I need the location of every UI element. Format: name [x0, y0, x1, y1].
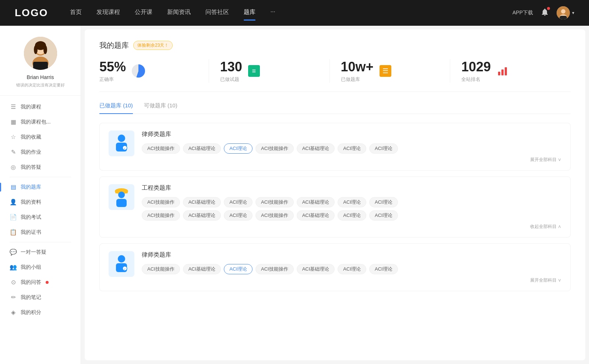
tab-done-banks[interactable]: 已做题库 (10)	[99, 102, 133, 114]
nav-discover[interactable]: 发现课程	[96, 8, 120, 18]
sidebar-label-materials: 我的资料	[21, 199, 41, 206]
tag-eng-1-3[interactable]: ACI理论	[224, 197, 253, 207]
sidebar-item-my-questions[interactable]: ⊙ 我的问答	[4, 275, 77, 290]
bank-title-lawyer-2: 律师类题库	[142, 251, 561, 259]
nav-question-bank[interactable]: 题库	[244, 8, 255, 18]
sidebar-item-course-packages[interactable]: ▦ 我的课程包...	[4, 114, 77, 129]
page-title: 我的题库	[99, 40, 129, 50]
doc-icon: ≡	[248, 65, 260, 77]
banks-value-group: 10w+ 已做题库	[341, 59, 374, 83]
sidebar-label-my-courses: 我的课程	[21, 104, 41, 110]
users-icon: 👤	[10, 199, 17, 206]
tag-eng-2-4[interactable]: ACI技能操作	[255, 210, 294, 221]
nav-qa[interactable]: 问答社区	[205, 8, 229, 18]
sidebar-label-notes: 我的笔记	[21, 294, 41, 301]
banks-label: 已做题库	[341, 76, 374, 83]
sidebar-label-groups: 我的小组	[21, 264, 41, 271]
notification-bell[interactable]	[540, 8, 549, 18]
unread-dot	[46, 281, 49, 284]
sidebar-label-course-packages: 我的课程包...	[21, 119, 51, 125]
user-avatar-container[interactable]: ▾	[557, 6, 574, 19]
tag-eng-1-4[interactable]: ACI技能操作	[255, 197, 294, 207]
svg-text:✓: ✓	[124, 268, 126, 270]
questions-value: 130	[220, 59, 242, 75]
sidebar-item-points[interactable]: ◈ 我的积分	[4, 305, 77, 320]
avatar	[557, 6, 570, 19]
svg-point-15	[118, 135, 125, 142]
sidebar-menu: ☰ 我的课程 ▦ 我的课程包... ☆ 我的收藏 ✎ 我的作业 ◎ 我的答疑 ▤	[0, 99, 81, 320]
sidebar-item-homework[interactable]: ✎ 我的作业	[4, 144, 77, 160]
tag-eng-2-6[interactable]: ACI理论	[338, 210, 366, 221]
sidebar-item-my-courses[interactable]: ☰ 我的课程	[4, 99, 77, 114]
stat-banks-done: 10w+ 已做题库 ☰	[330, 59, 451, 83]
list-icon: ☰	[380, 65, 391, 77]
sidebar-item-certificates[interactable]: 📋 我的证书	[4, 225, 77, 240]
tags-row-engineer-1: ACI技能操作 ACI基础理论 ACI理论 ACI技能操作 ACI基础理论 AC…	[142, 197, 561, 207]
tag-eng-2-5[interactable]: ACI基础理论	[297, 210, 335, 221]
stat-accuracy: 55% 正确率	[99, 59, 209, 83]
nav-more[interactable]: ···	[270, 8, 275, 18]
chart-bar-icon: ▦	[10, 118, 17, 125]
tag-lawyer1-6[interactable]: ACI理论	[338, 143, 366, 154]
bar-chart-icon	[497, 65, 508, 77]
tag-eng-2-3[interactable]: ACI理论	[224, 210, 253, 221]
tag-lawyer1-3[interactable]: ACI理论	[224, 143, 253, 154]
sidebar-label-one-on-one: 一对一答疑	[21, 249, 46, 256]
bank-content-engineer: 工程类题库 ACI技能操作 ACI基础理论 ACI理论 ACI技能操作 ACI基…	[142, 184, 561, 230]
sidebar-item-materials[interactable]: 👤 我的资料	[4, 195, 77, 210]
tag-lawyer1-2[interactable]: ACI基础理论	[183, 143, 221, 154]
tag-lawyer2-4[interactable]: ACI技能操作	[255, 264, 294, 274]
document-icon: ☰	[10, 103, 17, 110]
sidebar-item-notes[interactable]: ✏ 我的笔记	[4, 290, 77, 305]
avatar-svg	[557, 6, 570, 19]
tag-eng-2-2[interactable]: ACI基础理论	[183, 210, 221, 221]
points-icon: ◈	[10, 309, 17, 316]
question-circle-icon: ◎	[10, 164, 17, 171]
sidebar-item-question-bank[interactable]: ▤ 我的题库	[4, 179, 77, 195]
tags-row-lawyer-1: ACI技能操作 ACI基础理论 ACI理论 ACI技能操作 ACI基础理论 AC…	[142, 143, 561, 154]
tag-eng-1-5[interactable]: ACI基础理论	[297, 197, 335, 207]
tag-eng-2-1[interactable]: ACI技能操作	[142, 210, 180, 221]
lawyer-icon-2: ✓	[112, 254, 131, 274]
group-icon: 👥	[10, 264, 17, 271]
expand-btn-lawyer-1[interactable]: 展开全部科目 ∨	[142, 157, 561, 163]
tag-eng-1-1[interactable]: ACI技能操作	[142, 197, 180, 207]
nav-open-course[interactable]: 公开课	[135, 8, 152, 18]
stat-questions-done: 130 已做试题 ≡	[209, 59, 330, 83]
nav-news[interactable]: 新闻资讯	[167, 8, 191, 18]
tags-row-lawyer-2: ACI技能操作 ACI基础理论 ACI理论 ACI技能操作 ACI基础理论 AC…	[142, 264, 561, 274]
tag-eng-1-6[interactable]: ACI理论	[338, 197, 366, 207]
accuracy-value-group: 55% 正确率	[99, 59, 126, 83]
tag-lawyer1-1[interactable]: ACI技能操作	[142, 143, 180, 154]
sidebar-item-qa[interactable]: ◎ 我的答疑	[4, 160, 77, 175]
tag-lawyer1-5[interactable]: ACI基础理论	[297, 143, 335, 154]
expand-btn-engineer[interactable]: 收起全部科目 ∧	[142, 224, 561, 230]
sidebar-item-groups[interactable]: 👥 我的小组	[4, 260, 77, 275]
app-download-link[interactable]: APP下载	[512, 10, 533, 16]
question-bank-icon: ▤	[10, 183, 17, 190]
tag-lawyer1-4[interactable]: ACI技能操作	[255, 143, 294, 154]
svg-point-21	[118, 192, 125, 198]
ranking-value: 1029	[461, 59, 491, 75]
tag-lawyer2-7[interactable]: ACI理论	[369, 264, 398, 274]
expand-btn-lawyer-2[interactable]: 展开全部科目 ∨	[142, 277, 561, 283]
tag-lawyer2-6[interactable]: ACI理论	[338, 264, 366, 274]
svg-rect-22	[116, 199, 127, 207]
sidebar-item-one-on-one[interactable]: 💬 一对一答疑	[4, 245, 77, 260]
tag-eng-1-2[interactable]: ACI基础理论	[183, 197, 221, 207]
tag-lawyer2-3[interactable]: ACI理论	[224, 264, 253, 274]
tag-lawyer2-5[interactable]: ACI基础理论	[297, 264, 335, 274]
tab-available-banks[interactable]: 可做题库 (10)	[144, 102, 177, 114]
pie-chart-icon	[132, 64, 145, 78]
tag-eng-2-7[interactable]: ACI理论	[369, 210, 398, 221]
tag-lawyer1-7[interactable]: ACI理论	[369, 143, 398, 154]
engineer-icon	[112, 187, 131, 207]
tag-eng-1-7[interactable]: ACI理论	[369, 197, 398, 207]
sidebar-item-exams[interactable]: 📄 我的考试	[4, 210, 77, 225]
nav-home[interactable]: 首页	[70, 8, 82, 18]
page-header: 我的题库 体验剩余23天！	[99, 40, 571, 50]
tag-lawyer2-2[interactable]: ACI基础理论	[183, 264, 221, 274]
tag-lawyer2-1[interactable]: ACI技能操作	[142, 264, 180, 274]
svg-point-23	[118, 255, 125, 263]
sidebar-item-favorites[interactable]: ☆ 我的收藏	[4, 129, 77, 144]
